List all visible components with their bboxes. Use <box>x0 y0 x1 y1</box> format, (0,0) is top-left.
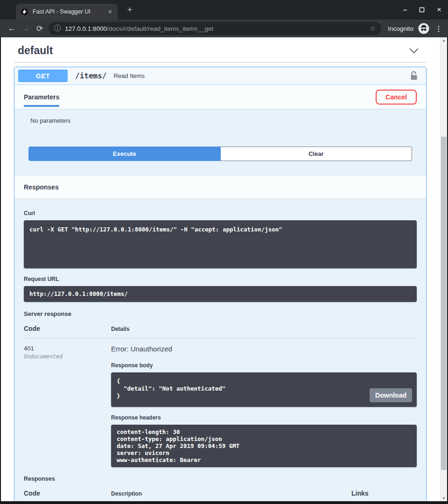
response-body-label: Response body <box>111 362 417 369</box>
details-column-header: Details <box>111 326 129 332</box>
response-body-block: { "detail": "Not authenticated" } Downlo… <box>111 372 417 407</box>
minimize-button[interactable]: – <box>403 7 407 12</box>
browser-tab[interactable]: Fast API - Swagger UI × <box>16 4 118 20</box>
close-button[interactable]: × <box>437 5 441 14</box>
reload-icon[interactable]: ⟳ <box>33 24 47 34</box>
operation-path: /items/ <box>75 71 106 80</box>
browser-window: Fast API - Swagger UI × + – × ← → ⟳ ⓘ 12… <box>0 0 448 504</box>
response-details-text: Error: Unauthorized <box>111 345 417 353</box>
incognito-icon <box>418 23 429 34</box>
scroll-up-icon[interactable]: ▲ <box>441 39 447 42</box>
maximize-button[interactable] <box>419 7 425 13</box>
swagger-content: default GET /items/ Read Items <box>14 37 427 504</box>
response-code: 401 <box>24 345 111 352</box>
clear-button[interactable]: Clear <box>221 147 413 161</box>
operation-summary[interactable]: GET /items/ Read Items <box>14 67 426 85</box>
undocumented-note: Undocumented <box>24 353 111 360</box>
curl-block: curl -X GET "http://127.0.0.1:8000/items… <box>24 220 417 268</box>
curl-command: curl -X GET "http://127.0.0.1:8000/items… <box>29 226 411 233</box>
operation-summary-text: Read Items <box>113 72 144 79</box>
code-column-header: Code <box>24 325 111 332</box>
forward-icon[interactable]: → <box>19 24 33 33</box>
chevron-down-icon[interactable] <box>409 48 419 54</box>
url-text[interactable]: 127.0.0.1:8000/docs#/default/read_items_… <box>65 25 366 32</box>
scroll-down-icon[interactable]: ▼ <box>441 497 447 500</box>
back-icon[interactable]: ← <box>5 24 19 33</box>
response-headers-block: content-length: 30 content-type: applica… <box>111 425 417 467</box>
tab-title: Fast API - Swagger UI <box>33 8 107 15</box>
page-title: default <box>18 44 53 57</box>
tab-close-icon[interactable]: × <box>107 8 113 15</box>
tag-section-header[interactable]: default <box>14 37 427 62</box>
server-response-row: 401 Undocumented Error: Unauthorized Res… <box>24 338 417 467</box>
tab-parameters[interactable]: Parameters <box>24 85 59 109</box>
server-response-table-head: Code Details <box>24 325 417 332</box>
incognito-label: Incognito <box>388 25 413 32</box>
responses-inner: Curl curl -X GET "http://127.0.0.1:8000/… <box>14 199 426 504</box>
responses-header-label: Responses <box>24 183 59 191</box>
responses-table-head: Code Description Links <box>24 490 417 497</box>
curl-label: Curl <box>24 210 417 217</box>
new-tab-button[interactable]: + <box>124 4 135 15</box>
page-scrollbar[interactable]: ▲ ▼ <box>440 37 447 501</box>
description-column-header: Description <box>111 490 351 497</box>
execute-button[interactable]: Execute <box>28 147 221 161</box>
browser-titlebar: Fast API - Swagger UI × + – × <box>0 0 448 20</box>
site-info-icon[interactable]: ⓘ <box>54 24 61 33</box>
responses-section-header: Responses <box>14 175 426 199</box>
fastapi-favicon-icon <box>21 8 28 16</box>
parameters-body: No parameters <box>14 109 426 143</box>
documented-responses-label: Responses <box>24 476 417 482</box>
url-bar[interactable]: ⓘ 127.0.0.1:8000/docs#/default/read_item… <box>49 22 381 35</box>
execute-row: Execute Clear <box>28 147 412 161</box>
response-headers-text: content-length: 30 content-type: applica… <box>117 428 411 463</box>
request-url-value: http://127.0.0.1:8000/items/ <box>29 290 411 298</box>
browser-menu-icon[interactable]: ⋮ <box>435 24 442 33</box>
open-padlock-icon <box>410 71 418 81</box>
code-column-header: Code <box>24 490 111 497</box>
browser-toolbar: ← → ⟳ ⓘ 127.0.0.1:8000/docs#/default/rea… <box>0 20 448 37</box>
scrollbar-thumb[interactable] <box>441 137 447 470</box>
window-controls: – × <box>403 0 441 20</box>
auth-lock-button[interactable] <box>410 71 418 81</box>
no-parameters-text: No parameters <box>30 117 417 124</box>
response-headers-label: Response headers <box>111 414 417 421</box>
bookmark-star-icon[interactable]: ☆ <box>370 24 376 33</box>
operation-block-get-items: GET /items/ Read Items Parameters Cancel <box>14 67 427 504</box>
download-button[interactable]: Download <box>370 388 412 402</box>
section-divider <box>14 62 427 63</box>
parameters-section-header: Parameters Cancel <box>14 85 426 109</box>
links-column-header: Links <box>351 490 417 497</box>
response-body-json: { "detail": "Not authenticated" } <box>117 378 411 400</box>
request-url-label: Request URL <box>24 276 417 282</box>
url-path: /docs#/default/read_items_items__get <box>107 25 213 32</box>
swagger-page: default GET /items/ Read Items <box>0 37 448 504</box>
request-url-block: http://127.0.0.1:8000/items/ <box>24 286 417 302</box>
server-response-label: Server response <box>24 310 417 317</box>
cancel-button[interactable]: Cancel <box>376 90 417 105</box>
url-host: 127.0.0.1:8000 <box>65 25 107 32</box>
method-badge: GET <box>18 70 68 82</box>
